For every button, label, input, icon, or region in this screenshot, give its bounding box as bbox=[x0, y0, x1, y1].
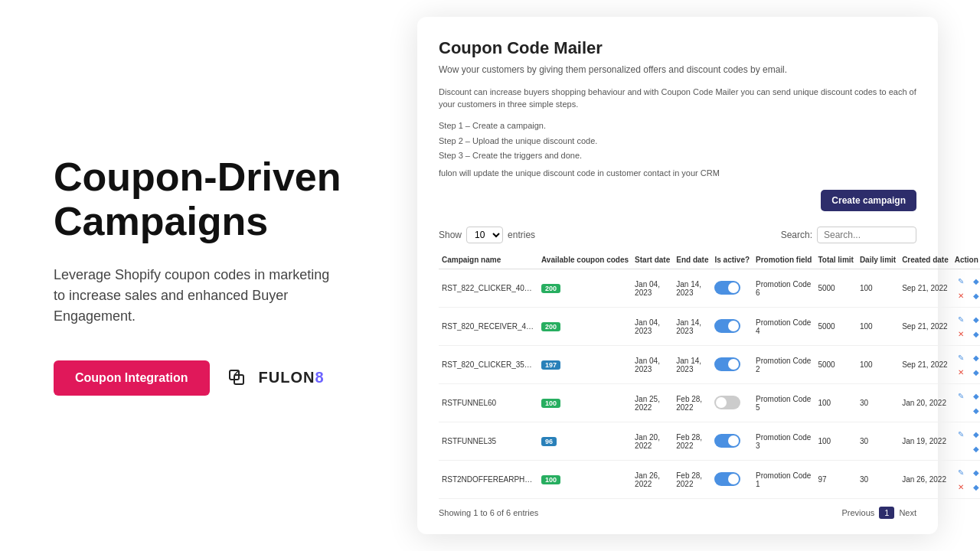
th-created-date: Created date bbox=[899, 251, 952, 269]
edit-icon[interactable]: ✎ bbox=[955, 351, 967, 364]
created-date: Sep 21, 2022 bbox=[899, 346, 952, 384]
total-limit: 5000 bbox=[815, 308, 856, 346]
delete-icon[interactable]: ✕ bbox=[955, 366, 967, 378]
active-toggle[interactable] bbox=[714, 319, 740, 333]
link-icon[interactable]: ◆ bbox=[970, 275, 980, 287]
action-cell: ✎ ◆ ◆ bbox=[952, 422, 980, 461]
promo-field: Promotion Code 4 bbox=[753, 308, 815, 346]
created-date: Sep 21, 2022 bbox=[899, 269, 952, 308]
info-icon[interactable]: ◆ bbox=[970, 366, 980, 378]
logo-text: FULON8 bbox=[259, 369, 325, 386]
search-area: Search: bbox=[781, 227, 916, 243]
entries-select[interactable]: 10 25 50 bbox=[466, 227, 503, 243]
info-icon[interactable]: ◆ bbox=[970, 328, 980, 340]
daily-limit: 30 bbox=[857, 384, 899, 422]
app-title: Coupon Code Mailer bbox=[439, 38, 916, 58]
info-icon[interactable]: ◆ bbox=[970, 404, 980, 416]
daily-limit: 100 bbox=[857, 346, 899, 384]
available-codes: 100 bbox=[538, 461, 632, 499]
daily-limit: 30 bbox=[857, 422, 899, 461]
toolbar: Show 10 25 50 entries Search: bbox=[439, 227, 916, 243]
edit-icon[interactable]: ✎ bbox=[955, 466, 967, 478]
table-row: RST_820_CLICKER_35_OFF_MAIN_OFFER 197 Ja… bbox=[439, 346, 980, 384]
edit-icon[interactable]: ✎ bbox=[955, 390, 967, 402]
start-date: Jan 26, 2022 bbox=[632, 461, 673, 499]
start-date: Jan 25, 2022 bbox=[632, 384, 673, 422]
total-limit: 97 bbox=[815, 461, 856, 499]
action-cell: ✎ ◆ ✕◆ bbox=[952, 346, 980, 384]
th-start-date: Start date bbox=[632, 251, 673, 269]
daily-limit: 100 bbox=[857, 308, 899, 346]
active-toggle[interactable] bbox=[714, 472, 740, 486]
available-codes: 96 bbox=[538, 422, 632, 461]
page-controls: Previous 1 Next bbox=[841, 507, 916, 519]
right-panel: Coupon Code Mailer Wow your customers by… bbox=[398, 2, 980, 549]
th-campaign-name: Campaign name bbox=[439, 251, 538, 269]
th-end-date: End date bbox=[673, 251, 711, 269]
info-icon[interactable]: ◆ bbox=[970, 289, 980, 302]
total-limit: 100 bbox=[815, 384, 856, 422]
created-date: Jan 26, 2022 bbox=[899, 461, 952, 499]
next-page-link[interactable]: Next bbox=[899, 508, 916, 517]
showing-text: Showing 1 to 6 of 6 entries bbox=[439, 508, 538, 517]
table-row: RST2NDOFFEREARPHONE 100 Jan 26, 2022 Feb… bbox=[439, 461, 980, 499]
end-date: Jan 14, 2023 bbox=[673, 308, 711, 346]
pagination: Showing 1 to 6 of 6 entries Previous 1 N… bbox=[439, 507, 916, 519]
active-toggle[interactable] bbox=[714, 434, 740, 448]
active-toggle[interactable] bbox=[714, 281, 740, 295]
promo-field: Promotion Code 5 bbox=[753, 384, 815, 422]
link-icon[interactable]: ◆ bbox=[970, 313, 980, 325]
delete-icon[interactable]: ✕ bbox=[955, 289, 967, 302]
table-header-row: Campaign name Available coupon codes Sta… bbox=[439, 251, 980, 269]
step-1: Step 1 – Create a campaign. bbox=[439, 119, 916, 134]
end-date: Feb 28, 2022 bbox=[673, 384, 711, 422]
created-date: Sep 21, 2022 bbox=[899, 308, 952, 346]
subheadline: Leverage Shopify coupon codes in marketi… bbox=[54, 265, 345, 327]
is-active bbox=[711, 308, 753, 346]
is-active bbox=[711, 461, 753, 499]
previous-page-link[interactable]: Previous bbox=[841, 508, 874, 517]
action-cell: ✎ ◆ ✕◆ bbox=[952, 461, 980, 499]
end-date: Jan 14, 2023 bbox=[673, 269, 711, 308]
start-date: Jan 04, 2023 bbox=[632, 346, 673, 384]
crm-note: fulon will update the unique discount co… bbox=[439, 168, 916, 178]
info-icon[interactable]: ◆ bbox=[970, 442, 980, 455]
link-icon[interactable]: ◆ bbox=[970, 466, 980, 478]
delete-icon[interactable]: ✕ bbox=[955, 481, 967, 493]
available-codes: 197 bbox=[538, 346, 632, 384]
campaign-name: RST_820_RECEIVER_40_OFF_2ND_OFFER bbox=[439, 308, 538, 346]
current-page-number[interactable]: 1 bbox=[879, 507, 894, 519]
end-date: Feb 28, 2022 bbox=[673, 422, 711, 461]
th-daily-limit: Daily limit bbox=[857, 251, 899, 269]
active-toggle[interactable] bbox=[714, 396, 740, 409]
logo-area: FULON8 bbox=[228, 366, 325, 390]
edit-icon[interactable]: ✎ bbox=[955, 428, 967, 440]
total-limit: 100 bbox=[815, 422, 856, 461]
th-promo-field: Promotion field bbox=[753, 251, 815, 269]
campaign-name: RSTFUNNEL60 bbox=[439, 384, 538, 422]
campaign-name: RSTFUNNEL35 bbox=[439, 422, 538, 461]
step-3: Step 3 – Create the triggers and done. bbox=[439, 148, 916, 164]
th-total-limit: Total limit bbox=[815, 251, 856, 269]
promo-field: Promotion Code 6 bbox=[753, 269, 815, 308]
headline: Coupon-Driven Campaigns bbox=[54, 155, 345, 243]
create-campaign-button[interactable]: Create campaign bbox=[821, 190, 916, 211]
active-toggle[interactable] bbox=[714, 357, 740, 371]
search-input[interactable] bbox=[817, 227, 916, 243]
link-icon[interactable]: ◆ bbox=[970, 390, 980, 402]
promo-field: Promotion Code 2 bbox=[753, 346, 815, 384]
coupon-integration-button[interactable]: Coupon Integration bbox=[54, 360, 210, 396]
app-card: Coupon Code Mailer Wow your customers by… bbox=[417, 17, 938, 534]
is-active bbox=[711, 346, 753, 384]
link-icon[interactable]: ◆ bbox=[970, 428, 980, 440]
info-icon[interactable]: ◆ bbox=[970, 481, 980, 493]
link-icon[interactable]: ◆ bbox=[970, 351, 980, 364]
action-cell: ✎ ◆ ◆ bbox=[952, 384, 980, 422]
delete-icon[interactable]: ✕ bbox=[955, 328, 967, 340]
edit-icon[interactable]: ✎ bbox=[955, 275, 967, 287]
edit-icon[interactable]: ✎ bbox=[955, 313, 967, 325]
steps: Step 1 – Create a campaign. Step 2 – Upl… bbox=[439, 119, 916, 164]
available-codes: 200 bbox=[538, 269, 632, 308]
end-date: Feb 28, 2022 bbox=[673, 461, 711, 499]
total-limit: 5000 bbox=[815, 346, 856, 384]
